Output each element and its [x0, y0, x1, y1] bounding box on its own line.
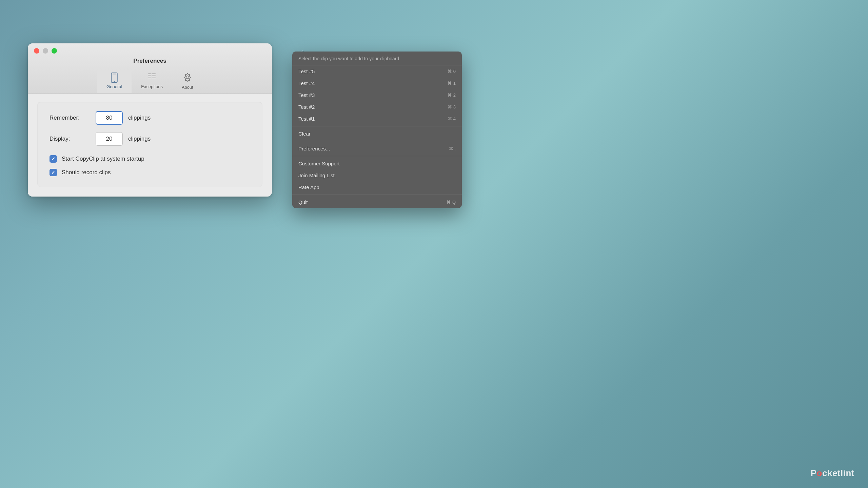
clip-item-3[interactable]: Test #3 ⌘ 2 — [292, 89, 462, 101]
svg-point-9 — [186, 76, 189, 79]
quit-shortcut: ⌘ Q — [447, 200, 456, 205]
record-checkbox-row: Should record clips — [50, 169, 250, 176]
clip-shortcut-2: ⌘ 3 — [448, 104, 456, 109]
window-controls — [34, 48, 266, 54]
titlebar: Preferences General — [28, 43, 272, 94]
phone-icon — [110, 73, 119, 83]
divider-4 — [292, 195, 462, 195]
tab-general-label: General — [106, 84, 122, 89]
clear-menu-item[interactable]: Clear — [292, 128, 462, 140]
watermark: Pocketlint — [811, 468, 854, 479]
clip-item-5[interactable]: Test #5 ⌘ 0 — [292, 65, 462, 77]
clip-item-1[interactable]: Test #1 ⌘ 4 — [292, 113, 462, 125]
startup-checkbox[interactable] — [50, 155, 57, 163]
remember-label: Remember: — [50, 115, 90, 121]
svg-point-2 — [114, 81, 115, 82]
customer-support-menu-item[interactable]: Customer Support — [292, 158, 462, 169]
preferences-window: Preferences General — [28, 43, 272, 197]
tab-exceptions[interactable]: Exceptions — [132, 70, 172, 93]
customer-support-label: Customer Support — [298, 161, 340, 166]
clip-item-4[interactable]: Test #4 ⌘ 1 — [292, 77, 462, 89]
clipboard-hint: Select the clip you want to add to your … — [298, 56, 399, 61]
rate-app-menu-item[interactable]: Rate App — [292, 181, 462, 193]
tab-bar: General Exceptions — [34, 70, 266, 93]
clip-shortcut-5: ⌘ 0 — [448, 69, 456, 74]
rate-app-label: Rate App — [298, 184, 319, 190]
close-button[interactable] — [34, 48, 39, 54]
display-row: Display: clippings — [50, 132, 250, 146]
tab-about[interactable]: About — [172, 70, 203, 93]
clip-label-5: Test #5 — [298, 68, 315, 74]
preferences-menu-item[interactable]: Preferences... ⌘ , — [292, 143, 462, 155]
clip-label-2: Test #2 — [298, 104, 315, 110]
svg-rect-1 — [113, 74, 116, 75]
record-label: Should record clips — [62, 169, 111, 176]
divider-2 — [292, 141, 462, 141]
clip-shortcut-3: ⌘ 2 — [448, 93, 456, 98]
clip-item-2[interactable]: Test #2 ⌘ 3 — [292, 101, 462, 113]
tab-exceptions-label: Exceptions — [141, 84, 163, 89]
list-icon — [147, 73, 157, 83]
maximize-button[interactable] — [52, 48, 57, 54]
quit-label: Quit — [298, 199, 308, 205]
remember-suffix: clippings — [128, 115, 151, 121]
settings-card: Remember: clippings Display: clippings S… — [37, 102, 262, 187]
clear-label: Clear — [298, 131, 311, 137]
window-title: Preferences — [34, 58, 266, 64]
clipboard-menu: Select the clip you want to add to your … — [292, 52, 462, 208]
clip-label-1: Test #1 — [298, 116, 315, 122]
tab-about-label: About — [182, 85, 193, 90]
display-label: Display: — [50, 136, 90, 142]
clip-shortcut-4: ⌘ 1 — [448, 81, 456, 86]
gear-icon — [183, 73, 192, 83]
remember-input[interactable] — [96, 111, 123, 125]
divider-3 — [292, 156, 462, 156]
preferences-shortcut: ⌘ , — [449, 146, 456, 151]
display-input[interactable] — [96, 132, 123, 146]
display-suffix: clippings — [128, 136, 151, 142]
clipboard-header: Select the clip you want to add to your … — [292, 52, 462, 65]
startup-label: Start CopyClip at system startup — [62, 156, 144, 162]
quit-menu-item[interactable]: Quit ⌘ Q — [292, 196, 462, 208]
mailing-list-label: Join Mailing List — [298, 172, 335, 178]
tab-general[interactable]: General — [97, 70, 132, 93]
mailing-list-menu-item[interactable]: Join Mailing List — [292, 169, 462, 181]
preferences-label: Preferences... — [298, 146, 330, 151]
clip-label-3: Test #3 — [298, 92, 315, 98]
startup-checkbox-row: Start CopyClip at system startup — [50, 155, 250, 163]
clip-label-4: Test #4 — [298, 80, 315, 86]
window-body: Remember: clippings Display: clippings S… — [28, 94, 272, 197]
remember-row: Remember: clippings — [50, 111, 250, 125]
clip-shortcut-1: ⌘ 4 — [448, 116, 456, 121]
divider-1 — [292, 126, 462, 126]
watermark-accent: o — [817, 468, 822, 478]
minimize-button[interactable] — [43, 48, 48, 54]
record-checkbox[interactable] — [50, 169, 57, 176]
